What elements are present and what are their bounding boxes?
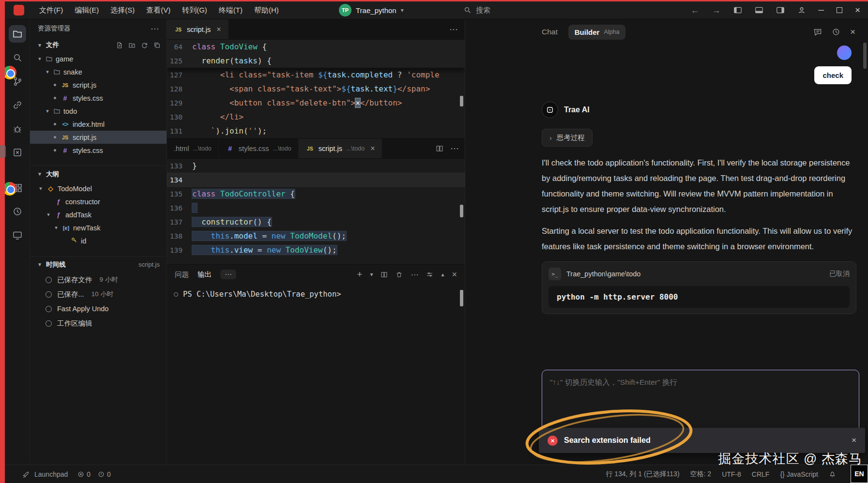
close-toast-icon[interactable]: ×: [852, 436, 856, 445]
timeline-item[interactable]: 已保存...10 小时: [30, 287, 167, 302]
editor-tab-styles.css[interactable]: #styles.css...\todo: [219, 139, 299, 158]
forward-icon[interactable]: →: [712, 5, 721, 15]
close-window-button[interactable]: ×: [855, 5, 860, 15]
menu-item[interactable]: 编辑(E): [69, 4, 104, 17]
new-file-icon[interactable]: [116, 42, 123, 49]
bell-icon[interactable]: [829, 470, 836, 478]
menu-item[interactable]: 转到(G): [177, 4, 213, 17]
code-line-125[interactable]: 125render(tasks) {: [167, 54, 465, 68]
split-terminal-icon[interactable]: [381, 271, 388, 278]
activitybar-search[interactable]: [9, 49, 26, 66]
tree-file-index.html[interactable]: <>index.html: [30, 118, 167, 131]
close-panel-icon[interactable]: ×: [452, 270, 457, 280]
code-line-131[interactable]: 131`).join('');: [167, 124, 465, 138]
project-switcher[interactable]: TP Trae_python ▾: [339, 4, 404, 16]
code-line-128[interactable]: 128<span class="task-text">${task.text}<…: [167, 82, 465, 96]
language-mode[interactable]: {} JavaScript: [780, 470, 818, 478]
more-icon[interactable]: ⋯: [450, 143, 459, 154]
chat-input[interactable]: [550, 377, 851, 429]
scrollbar-thumb[interactable]: [460, 96, 463, 106]
code-line-133[interactable]: 133}: [167, 159, 465, 173]
code-line-129[interactable]: 129<button class="delete-btn">×</button>: [167, 96, 465, 110]
history-icon[interactable]: [832, 28, 840, 36]
activitybar-remote-window[interactable]: [9, 226, 26, 244]
code-line-136[interactable]: 136: [167, 201, 465, 215]
maximize-button[interactable]: [837, 7, 842, 13]
new-terminal-icon[interactable]: +: [357, 269, 362, 280]
code-line-139[interactable]: 139this.view = new TodoView();: [167, 243, 465, 257]
more-icon[interactable]: ⋯: [449, 24, 458, 35]
toggle-left-sidebar-icon[interactable]: [733, 6, 742, 14]
launchpad-button[interactable]: Launchpad: [5, 470, 68, 478]
code-line-135[interactable]: 135class TodoController {: [167, 187, 465, 201]
files-section-header[interactable]: ▾ 文件: [30, 38, 167, 52]
menu-item[interactable]: 选择(S): [105, 4, 140, 17]
terminal-dropdown-icon[interactable]: ▾: [370, 271, 373, 278]
close-chat-icon[interactable]: ×: [850, 27, 855, 37]
editor-bottom[interactable]: 133}134135class TodoController {136 137c…: [167, 159, 465, 264]
tree-file-styles.css[interactable]: #styles.css: [30, 91, 167, 105]
editor-tab-.html[interactable]: .html...\todo: [167, 139, 219, 158]
terminal-output[interactable]: PS C:\Users\Ma\Desktop\Trae_python>: [167, 284, 465, 465]
minimize-button[interactable]: ─: [819, 6, 824, 15]
tree-folder-game[interactable]: ▾game: [30, 52, 167, 65]
command-text[interactable]: python -m http.server 8000: [548, 286, 850, 308]
cursor-position[interactable]: 行 134, 列 1 (已选择113): [606, 470, 679, 479]
outline-item-constructor[interactable]: ƒconstructor: [30, 195, 167, 208]
close-icon[interactable]: ×: [216, 25, 221, 34]
code-line-134[interactable]: 134: [167, 173, 465, 187]
activitybar-explorer[interactable]: [9, 25, 26, 43]
global-search[interactable]: 搜索: [464, 6, 490, 15]
indentation[interactable]: 空格: 2: [690, 470, 712, 479]
account-icon[interactable]: [797, 6, 806, 15]
thinking-process-toggle[interactable]: › 思考过程: [542, 129, 593, 147]
code-line-138[interactable]: 138this.model = new TodoModel();: [167, 229, 465, 243]
new-chat-icon[interactable]: [813, 28, 822, 36]
timeline-item[interactable]: 已保存文件9 小时: [30, 272, 167, 287]
tree-file-script.js[interactable]: JSscript.js: [30, 78, 167, 91]
scrollbar-thumb[interactable]: [863, 43, 867, 69]
tab-builder[interactable]: Builder Alpha: [568, 25, 626, 40]
new-folder-icon[interactable]: [128, 42, 136, 49]
problems-summary[interactable]: 0 0: [77, 470, 111, 478]
code-line-64[interactable]: 64class TodoView {: [167, 40, 465, 54]
more-icon[interactable]: ⋯: [220, 270, 236, 279]
outline-section-header[interactable]: ▾ 大纲: [30, 166, 167, 182]
editor-top[interactable]: 64class TodoView {125render(tasks) { 127…: [167, 40, 465, 138]
timeline-item[interactable]: 工作区编辑: [30, 316, 167, 331]
toggle-panel-icon[interactable]: [755, 6, 763, 14]
filter-sliders-icon[interactable]: [426, 271, 433, 278]
menu-item[interactable]: 查看(V): [141, 4, 176, 17]
chevron-up-icon[interactable]: ▴: [441, 271, 444, 278]
more-icon[interactable]: ⋯: [151, 24, 159, 34]
eol-sequence[interactable]: CRLF: [752, 470, 770, 478]
app-logo[interactable]: [14, 5, 24, 15]
outline-item-addTask[interactable]: ▾ƒaddTask: [30, 208, 167, 221]
outline-item-TodoModel[interactable]: ▾◇TodoModel: [30, 182, 167, 195]
refresh-icon[interactable]: [141, 42, 148, 49]
activitybar-remote[interactable]: [9, 96, 26, 114]
ime-indicator[interactable]: EN: [851, 465, 868, 483]
tree-folder-snake[interactable]: ▾snake: [30, 65, 167, 78]
activitybar-debug[interactable]: [9, 120, 26, 137]
timeline-section-header[interactable]: ▾ 时间线 script.js: [30, 256, 167, 272]
trash-icon[interactable]: [396, 271, 403, 278]
tree-file-styles.css[interactable]: #styles.css: [30, 144, 167, 157]
outline-item-id[interactable]: id: [30, 234, 167, 247]
outline-item-newTask[interactable]: ▾[e]newTask: [30, 221, 167, 234]
panel-tab-output[interactable]: 输出: [198, 270, 212, 279]
more-icon[interactable]: ⋯: [411, 270, 418, 279]
toggle-right-sidebar-icon[interactable]: [776, 6, 785, 14]
encoding[interactable]: UTF-8: [722, 470, 741, 478]
activitybar-extensions[interactable]: [9, 144, 26, 161]
code-line-127[interactable]: 127<li class="task-item ${task.completed…: [167, 68, 465, 82]
collapse-all-icon[interactable]: [153, 42, 161, 49]
code-line-130[interactable]: 130</li>: [167, 110, 465, 124]
timeline-item[interactable]: Fast Apply Undo: [30, 302, 167, 316]
code-line-137[interactable]: 137constructor() {: [167, 215, 465, 229]
notification-toast[interactable]: × Search extension failed ×: [539, 428, 865, 453]
close-icon[interactable]: ×: [370, 144, 375, 153]
menu-item[interactable]: 帮助(H): [249, 4, 284, 17]
editor-tab-script.js[interactable]: JSscript.js...\todo×: [299, 139, 382, 158]
tab-chat[interactable]: Chat: [542, 28, 558, 36]
